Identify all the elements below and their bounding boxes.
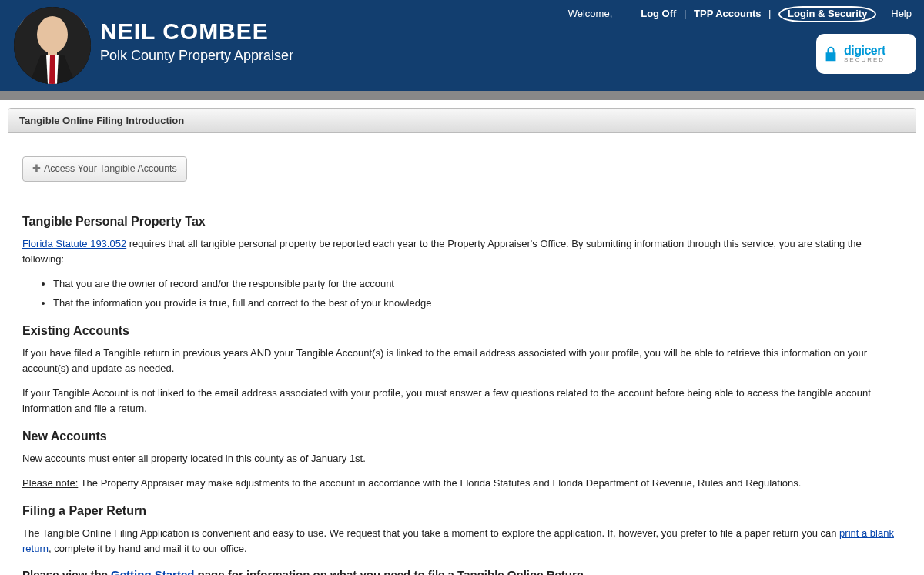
paper-paragraph: The Tangible Online Filing Application i… <box>22 526 902 557</box>
getting-started-link[interactable]: Getting Started <box>111 568 194 575</box>
welcome-label: Welcome, <box>568 8 613 19</box>
badge-text: digicert SECURED <box>844 45 886 63</box>
final-text-a: Please view the <box>22 568 111 575</box>
site-subtitle: Polk County Property Appraiser <box>100 48 293 64</box>
page-header: NEIL COMBEE Polk County Property Apprais… <box>0 0 924 91</box>
plus-icon: ✚ <box>32 163 41 174</box>
new-p1: New accounts must enter all property loc… <box>22 451 902 466</box>
please-note-paragraph: Please note: The Property Appraiser may … <box>22 476 902 491</box>
svg-point-1 <box>37 16 68 53</box>
panel-body: ✚Access Your Tangible Accounts Tangible … <box>8 133 916 575</box>
paper-text-a: The Tangible Online Filing Application i… <box>22 527 839 539</box>
paper-text-b: , complete it by hand and mail it to our… <box>49 543 247 554</box>
intro-paragraph: Florida Statute 193.052 requires that al… <box>22 236 902 267</box>
list-item: That the information you provide is true… <box>53 296 902 311</box>
access-accounts-button[interactable]: ✚Access Your Tangible Accounts <box>22 156 187 182</box>
login-security-link[interactable]: Login & Security <box>788 8 867 19</box>
title-block: NEIL COMBEE Polk County Property Apprais… <box>100 18 293 64</box>
intro-text: requires that all tangible personal prop… <box>22 238 862 265</box>
separator: | <box>768 8 771 19</box>
final-line: Please view the Getting Started page for… <box>22 566 902 575</box>
main-panel: Tangible Online Filing Introduction ✚Acc… <box>8 108 916 575</box>
section-heading-paper: Filing a Paper Return <box>22 502 902 521</box>
existing-p2: If your Tangible Account is not linked t… <box>22 386 902 416</box>
section-heading-existing: Existing Accounts <box>22 322 902 341</box>
panel-title: Tangible Online Filing Introduction <box>8 109 916 133</box>
site-name: NEIL COMBEE <box>100 18 293 45</box>
lock-icon <box>822 45 839 62</box>
avatar <box>14 7 91 84</box>
final-text-b: page for information on what you need to… <box>194 568 584 575</box>
login-security-highlight: Login & Security <box>778 6 876 22</box>
list-item: That you are the owner of record and/or … <box>53 276 902 292</box>
divider-strip <box>0 91 924 100</box>
tpp-accounts-link[interactable]: TPP Accounts <box>694 8 761 19</box>
section-heading-tpp-tax: Tangible Personal Property Tax <box>22 212 902 232</box>
requirement-list: That you are the owner of record and/or … <box>53 276 902 310</box>
separator: | <box>684 8 686 19</box>
help-link[interactable]: Help <box>891 8 912 19</box>
section-heading-new: New Accounts <box>22 427 902 446</box>
access-accounts-label: Access Your Tangible Accounts <box>44 163 177 174</box>
logoff-link[interactable]: Log Off <box>641 8 676 19</box>
digicert-badge: digicert SECURED <box>816 34 916 74</box>
existing-p1: If you have filed a Tangible return in p… <box>22 346 902 376</box>
top-nav: Welcome, Log Off | TPP Accounts | Login … <box>565 6 915 22</box>
please-note-label: Please note: <box>22 477 78 489</box>
florida-statute-link[interactable]: Florida Statute 193.052 <box>22 238 126 249</box>
please-note-text: The Property Appraiser may make adjustme… <box>78 477 801 489</box>
